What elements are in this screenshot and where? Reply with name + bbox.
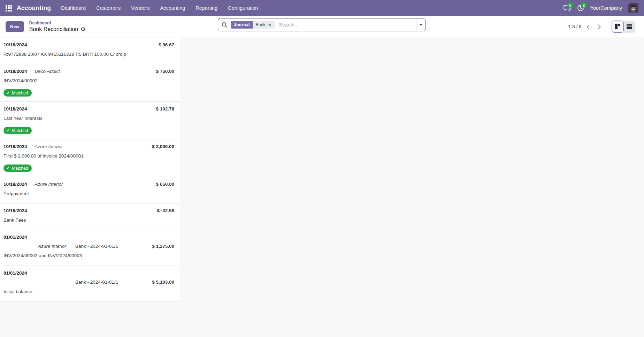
search-bar[interactable]: Journal Bank ✕ Search... [218, 18, 426, 31]
transaction-card[interactable]: 01/01/2024 Azure Interior Bank - 2024-01… [0, 230, 180, 266]
transaction-label: Bank Fees [3, 217, 174, 223]
breadcrumb-dashboard-link[interactable]: Dashboard [29, 21, 86, 26]
matched-badge: ✓ Matched [3, 164, 32, 172]
transaction-partner: Azure Interior [35, 182, 63, 187]
messages-count-badge: 5 [567, 2, 573, 8]
check-icon: ✓ [7, 91, 10, 95]
matched-badge: ✓ Matched [3, 89, 32, 97]
transaction-partner: Azure Interior [3, 244, 66, 249]
view-switcher [612, 21, 635, 33]
transaction-label: INV/2024/00002 and INV/2024/00003 [3, 253, 174, 258]
search-input[interactable]: Search... [279, 22, 416, 28]
transaction-date: 10/18/2024 [3, 69, 27, 74]
main-menu: Dashboard Customers Vendors Accounting R… [56, 0, 263, 16]
transaction-date: 01/01/2024 [3, 235, 27, 240]
transaction-date: 10/18/2024 [3, 106, 27, 112]
list-view-icon [627, 24, 632, 29]
new-button[interactable]: New [6, 21, 24, 32]
menu-item-customers[interactable]: Customers [91, 0, 126, 16]
transaction-card[interactable]: 10/18/2024 $ -32.58 Bank Fees [0, 204, 180, 230]
menu-item-vendors[interactable]: Vendors [126, 0, 155, 16]
company-switcher[interactable]: YourCompany [590, 5, 622, 11]
search-facet: Journal Bank ✕ [231, 21, 275, 29]
transaction-partner: Deco Addict [35, 69, 60, 74]
transaction-card[interactable]: 10/18/2024 Azure Interior $ 2,000.00 Fir… [0, 139, 180, 177]
check-icon: ✓ [7, 166, 10, 170]
transaction-list: 10/18/2024 $ 96.67 R:9772938 10/07 AX 94… [0, 38, 180, 302]
transaction-label: First $ 2,000.00 of invoice 2024/00001 [3, 153, 174, 159]
chevron-right-icon [598, 24, 601, 29]
menu-item-accounting[interactable]: Accounting [155, 0, 191, 16]
transaction-card[interactable]: 10/18/2024 $ 102.78 Last Year Interests … [0, 102, 180, 139]
menu-item-configuration[interactable]: Configuration [223, 0, 263, 16]
transaction-date: 10/18/2024 [3, 182, 27, 187]
transaction-card[interactable]: 10/18/2024 $ 96.67 R:9772938 10/07 AX 94… [0, 38, 180, 64]
transaction-label: R:9772938 10/07 AX 9415116318 T:5 BRT: 1… [3, 52, 174, 57]
transaction-date: 10/18/2024 [3, 144, 27, 149]
messages-button[interactable]: 5 [564, 5, 571, 12]
user-avatar[interactable] [628, 3, 638, 13]
text-cursor [278, 22, 278, 28]
main-content: 10/18/2024 $ 96.67 R:9772938 10/07 AX 94… [0, 38, 644, 337]
matched-badge-label: Matched [12, 166, 28, 171]
menu-item-reporting[interactable]: Reporting [190, 0, 223, 16]
activities-count-badge: 2 [581, 2, 587, 8]
transaction-label: Initial balance [3, 289, 174, 294]
transaction-amount: $ 750.00 [156, 69, 174, 74]
apps-menu-icon[interactable] [6, 5, 12, 12]
breadcrumb: Dashboard Bank Reconciliation ⚙ [29, 21, 86, 33]
search-icon [222, 22, 228, 28]
page-title: Bank Reconciliation [29, 26, 78, 33]
matched-badge: ✓ Matched [3, 127, 32, 134]
transaction-amount: $ -32.58 [157, 208, 174, 213]
pager-range: 1-8 / 8 [568, 24, 582, 29]
transaction-amount: $ 5,103.00 [152, 279, 174, 285]
app-brand[interactable]: Accounting [17, 5, 51, 12]
transaction-date: 10/18/2024 [3, 208, 27, 213]
transaction-card[interactable]: 10/18/2024 Azure Interior $ 650.00 Prepa… [0, 177, 180, 204]
matched-badge-label: Matched [12, 128, 28, 133]
kanban-view-button[interactable] [612, 21, 624, 33]
matched-badge-label: Matched [12, 91, 28, 95]
statement-name: Bank - 2024-01-01/1 [75, 244, 118, 249]
pager-previous-button[interactable] [583, 22, 593, 31]
facet-value: Bank [255, 22, 266, 27]
transaction-amount: $ 650.00 [156, 182, 174, 187]
transaction-amount: $ 102.78 [156, 106, 174, 112]
transaction-label: INV/2024/00002 [3, 78, 174, 83]
list-view-button[interactable] [623, 21, 635, 33]
search-options-toggle[interactable] [416, 18, 426, 31]
kanban-view-icon [615, 24, 621, 29]
menu-item-dashboard[interactable]: Dashboard [56, 0, 91, 16]
transaction-amount: $ 96.67 [159, 42, 174, 47]
chevron-down-icon [419, 24, 423, 26]
transaction-card[interactable]: 01/01/2024 Bank - 2024-01-01/1 $ 5,103.0… [0, 266, 180, 302]
check-icon: ✓ [7, 129, 10, 132]
transaction-date: 10/18/2024 [3, 42, 27, 47]
transaction-label: Last Year Interests [3, 116, 174, 121]
transaction-amount: $ 2,000.00 [152, 144, 174, 149]
transaction-partner: Azure Interior [35, 144, 63, 149]
pager-next-button[interactable] [595, 22, 605, 31]
control-panel: New Dashboard Bank Reconciliation ⚙ Jour… [0, 16, 644, 37]
transaction-card[interactable]: 10/18/2024 Deco Addict $ 750.00 INV/2024… [0, 64, 180, 102]
transaction-amount: $ 1,275.00 [152, 244, 174, 249]
facet-remove-icon[interactable]: ✕ [268, 23, 272, 27]
activities-button[interactable]: 2 [577, 5, 584, 12]
chevron-left-icon [586, 24, 590, 29]
statement-name: Bank - 2024-01-01/1 [75, 279, 118, 285]
top-navbar: Accounting Dashboard Customers Vendors A… [0, 0, 644, 16]
transaction-date: 01/01/2024 [3, 270, 27, 276]
facet-category: Journal [231, 21, 253, 29]
transaction-label: Prepayment [3, 191, 174, 196]
gear-icon[interactable]: ⚙ [80, 26, 85, 32]
